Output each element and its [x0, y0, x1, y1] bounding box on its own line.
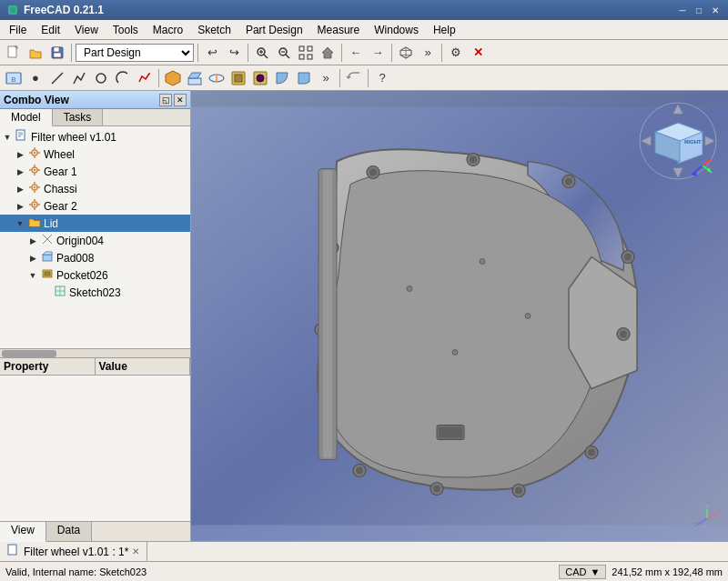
tb2-point[interactable]: ●: [25, 68, 46, 88]
tb-isometric[interactable]: [396, 43, 416, 63]
menu-view[interactable]: View: [67, 22, 106, 38]
tb2-undo2[interactable]: [344, 68, 364, 88]
viewport-axes: X Y Z: [693, 505, 721, 534]
close-button[interactable]: ✕: [708, 4, 723, 16]
status-message: Valid, Internal name: Sketch023: [5, 566, 559, 577]
menu-edit[interactable]: Edit: [34, 22, 67, 38]
tb-redo[interactable]: ↪: [224, 43, 244, 63]
h-scroll-thumb[interactable]: [2, 350, 56, 357]
combo-view-buttons: ◱ ✕: [159, 94, 187, 106]
tb-close-doc[interactable]: ✕: [468, 43, 488, 63]
tb-zoom-in[interactable]: [274, 43, 294, 63]
combo-view-close[interactable]: ✕: [174, 94, 187, 106]
tab-model[interactable]: Model: [0, 109, 53, 126]
expand-root[interactable]: ▼: [2, 132, 13, 143]
tb2-arc[interactable]: [113, 68, 133, 88]
expand-gear2[interactable]: ▶: [15, 201, 25, 212]
svg-rect-42: [29, 152, 32, 154]
tb-save[interactable]: [47, 43, 67, 63]
tb2-fillet[interactable]: [272, 68, 292, 88]
combo-view-undock[interactable]: ◱: [159, 94, 172, 106]
tb-new[interactable]: [4, 43, 24, 63]
menu-help[interactable]: Help: [426, 22, 463, 38]
tab-view[interactable]: View: [0, 522, 46, 542]
menu-measure[interactable]: Measure: [310, 22, 368, 38]
tb-arrow-fwd[interactable]: →: [368, 43, 388, 63]
tb-more[interactable]: »: [418, 43, 438, 63]
cad-label: CAD: [565, 566, 586, 577]
expand-pad008[interactable]: ▶: [27, 253, 38, 264]
tree-item-origin004[interactable]: ▶ Origin004: [0, 232, 190, 249]
tb2-hole[interactable]: [250, 68, 270, 88]
tb2-body[interactable]: B: [4, 68, 24, 88]
nav-cube[interactable]: RIGHT: [637, 100, 719, 182]
tb2-circle[interactable]: [91, 68, 111, 88]
tb-undo[interactable]: ↩: [202, 43, 222, 63]
tb2-revolve[interactable]: [207, 68, 227, 88]
horizontal-scrollbar[interactable]: [0, 348, 190, 357]
menu-macro[interactable]: Macro: [146, 22, 190, 38]
tree-label-chassi: Chassi: [44, 183, 77, 195]
tb2-3d-view-buttons[interactable]: [163, 68, 183, 88]
expand-chassi[interactable]: ▶: [15, 184, 25, 195]
menu-sketch[interactable]: Sketch: [190, 22, 238, 38]
minimize-button[interactable]: ─: [675, 4, 690, 16]
svg-rect-17: [308, 55, 312, 59]
maximize-button[interactable]: □: [692, 4, 706, 16]
tb-settings[interactable]: ⚙: [446, 43, 466, 63]
tb-zoom-fit[interactable]: [252, 43, 272, 63]
tb2-extrude[interactable]: [185, 68, 205, 88]
svg-rect-16: [299, 55, 304, 59]
svg-rect-41: [34, 156, 35, 159]
svg-rect-40: [34, 147, 35, 150]
tree-item-gear1[interactable]: ▶ Gear 1: [0, 163, 190, 180]
svg-rect-125: [8, 545, 16, 555]
svg-rect-101: [439, 427, 462, 438]
tb2-chamfer[interactable]: [294, 68, 314, 88]
workbench-selector[interactable]: Part Design Sketcher Part: [76, 44, 194, 62]
tb-view3d[interactable]: [296, 43, 316, 63]
tb-view-home[interactable]: [318, 43, 338, 63]
menu-windows[interactable]: Windows: [367, 22, 426, 38]
tb2-sketch[interactable]: [135, 68, 155, 88]
sep1: [71, 44, 72, 62]
expand-origin004[interactable]: ▶: [27, 235, 38, 246]
tb2-help[interactable]: ?: [372, 68, 392, 88]
tree-item-root[interactable]: ▼ Filter wheel v1.01: [0, 128, 190, 145]
menu-file[interactable]: File: [2, 22, 34, 38]
tree-label-origin004: Origin004: [56, 235, 104, 247]
menu-tools[interactable]: Tools: [106, 22, 146, 38]
tb2-line[interactable]: [47, 68, 67, 88]
sep2: [197, 44, 198, 62]
prop-col-value: Value: [96, 358, 191, 375]
svg-point-89: [356, 467, 363, 475]
tree-item-wheel[interactable]: ▶ Wheel: [0, 145, 190, 163]
tb2-pocket[interactable]: [228, 68, 248, 88]
viewport[interactable]: RIGHT X Y Z: [191, 91, 728, 541]
tab-tasks[interactable]: Tasks: [53, 109, 104, 125]
tb-arrow-back[interactable]: ←: [346, 43, 366, 63]
tree-item-gear2[interactable]: ▶ Gear 2: [0, 197, 190, 215]
tb2-more2[interactable]: »: [316, 68, 336, 88]
menu-part-design[interactable]: Part Design: [238, 22, 310, 38]
tree-item-pad008[interactable]: ▶ Pad008: [0, 249, 190, 266]
svg-rect-54: [29, 186, 32, 188]
tb2-polyline[interactable]: [69, 68, 89, 88]
tree-item-pocket026[interactable]: ▼ Pocket026: [0, 266, 190, 284]
tree-label-gear1: Gear 1: [44, 165, 77, 178]
tree-item-sketch023[interactable]: ▶ Sketch023: [0, 284, 190, 301]
bottom-tab-close[interactable]: ✕: [132, 546, 139, 556]
tree-item-lid[interactable]: ▼ Lid: [0, 215, 190, 232]
expand-pocket026[interactable]: ▼: [27, 270, 38, 281]
expand-wheel[interactable]: ▶: [15, 149, 25, 160]
tree-item-chassi[interactable]: ▶ Chassi: [0, 180, 190, 197]
expand-lid[interactable]: ▼: [15, 218, 25, 229]
bottom-tab-filter-wheel[interactable]: Filter wheel v1.01 : 1* ✕: [0, 542, 147, 561]
tree-view: ▼ Filter wheel v1.01 ▶ Wheel ▶: [0, 126, 190, 348]
tab-data[interactable]: Data: [46, 522, 92, 541]
icon-gear-wheel: [28, 146, 41, 162]
tb-open[interactable]: [25, 43, 46, 63]
cad-badge[interactable]: CAD ▼: [559, 565, 606, 579]
expand-gear1[interactable]: ▶: [15, 166, 25, 177]
svg-point-99: [407, 286, 412, 292]
